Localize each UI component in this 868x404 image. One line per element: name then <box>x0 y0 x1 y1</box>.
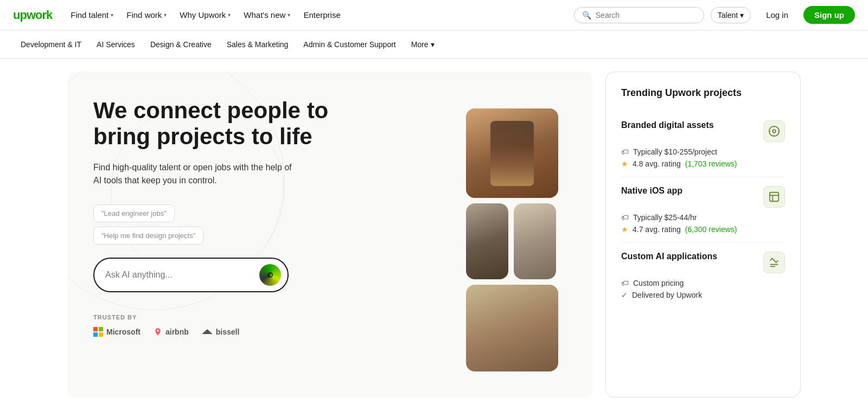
cat-design-creative[interactable]: Design & Creative <box>143 30 219 59</box>
trusted-logos: Microsoft airbnb bissell <box>93 327 458 337</box>
hero-photo-4 <box>466 285 558 371</box>
microsoft-logo: Microsoft <box>93 327 141 337</box>
nav-find-talent[interactable]: Find talent ▾ <box>65 6 119 24</box>
project-name-3: Custom AI applications <box>621 252 717 261</box>
ai-search-input[interactable] <box>105 270 255 280</box>
nav-whats-new[interactable]: What's new ▾ <box>238 6 296 24</box>
hero-subtitle: Find high-quality talent or open jobs wi… <box>93 161 299 187</box>
search-input[interactable] <box>596 11 696 20</box>
svg-rect-7 <box>770 193 779 202</box>
search-icon: 🔍 <box>582 11 591 20</box>
bissell-logo: bissell <box>202 328 240 336</box>
project-icon-1 <box>763 120 785 142</box>
svg-point-6 <box>773 130 776 133</box>
chevron-down-icon: ▾ <box>288 12 290 18</box>
svg-rect-1 <box>99 327 103 331</box>
cat-ai-services[interactable]: AI Services <box>89 30 143 59</box>
project-item-1[interactable]: Branded digital assets 🏷 Typically $10-2… <box>621 112 785 177</box>
cat-development-it[interactable]: Development & IT <box>13 30 89 59</box>
check-icon: ✓ <box>621 291 628 299</box>
cat-more[interactable]: More ▾ <box>404 30 442 59</box>
cat-sales-marketing[interactable]: Sales & Marketing <box>219 30 296 59</box>
price-icon-3: 🏷 <box>621 279 629 287</box>
project-name-1: Branded digital assets <box>621 120 714 130</box>
hero-photo-1 <box>466 108 558 198</box>
hero-photo-3 <box>514 203 556 279</box>
nav-links: Find talent ▾ Find work ▾ Why Upwork ▾ W… <box>65 6 570 24</box>
suggestion-chip-2[interactable]: "Help me find design projects" <box>93 227 203 245</box>
ai-input-wrap[interactable]: ⚙ <box>93 258 289 292</box>
nav-find-work[interactable]: Find work ▾ <box>121 6 172 24</box>
hero-title: We connect people to bring projects to l… <box>93 98 332 150</box>
project-name-2: Native iOS app <box>621 186 682 196</box>
project-price-2: Typically $25-44/hr <box>633 213 697 222</box>
svg-rect-0 <box>93 327 98 331</box>
upwork-logo[interactable]: upwork <box>13 8 52 22</box>
chevron-down-icon: ▾ <box>111 12 113 18</box>
chevron-down-icon: ▾ <box>431 40 435 49</box>
chevron-down-icon: ▾ <box>164 12 167 18</box>
airbnb-icon <box>154 328 162 336</box>
chevron-down-icon: ▾ <box>740 11 744 20</box>
project-icon-2 <box>763 186 785 208</box>
login-button[interactable]: Log in <box>757 6 797 24</box>
project-rating-2: 4.7 avg. rating <box>633 225 681 234</box>
nav-enterprise[interactable]: Enterprise <box>298 6 346 24</box>
suggestion-chips: "Lead engineer jobs" "Help me find desig… <box>93 204 458 245</box>
suggestion-chip-1[interactable]: "Lead engineer jobs" <box>93 204 175 222</box>
hero-photo-2 <box>466 203 508 279</box>
cat-admin-support[interactable]: Admin & Customer Support <box>296 30 403 59</box>
svg-marker-4 <box>202 329 213 334</box>
sidebar-title: Trending Upwork projects <box>621 87 785 99</box>
main-content: We connect people to bring projects to l… <box>54 59 814 404</box>
talent-dropdown[interactable]: Talent ▾ <box>711 7 751 23</box>
star-icon-2: ★ <box>621 225 628 234</box>
price-icon-1: 🏷 <box>621 148 629 156</box>
ai-icon: ⚙ <box>267 271 274 279</box>
star-icon-1: ★ <box>621 159 628 168</box>
hero-images <box>458 98 566 371</box>
sidebar-card: Trending Upwork projects Branded digital… <box>605 72 801 397</box>
nav-right: 🔍 Talent ▾ Log in Sign up <box>574 6 855 24</box>
chevron-down-icon: ▾ <box>228 12 231 18</box>
nav-why-upwork[interactable]: Why Upwork ▾ <box>174 6 236 24</box>
svg-rect-2 <box>93 332 98 337</box>
project-price-1: Typically $10-255/project <box>633 148 717 156</box>
microsoft-icon <box>93 327 103 337</box>
hero-card: We connect people to bring projects to l… <box>67 72 592 397</box>
project-extra-3: Delivered by Upwork <box>632 291 702 299</box>
top-navigation: upwork Find talent ▾ Find work ▾ Why Upw… <box>0 0 868 30</box>
hero-left: We connect people to bring projects to l… <box>93 98 458 371</box>
bissell-icon <box>202 328 213 336</box>
project-item-3[interactable]: Custom AI applications 🏷 Custom pricing … <box>621 243 785 308</box>
project-price-3: Custom pricing <box>633 279 684 287</box>
project-rating-1: 4.8 avg. rating <box>633 159 681 168</box>
search-bar[interactable]: 🔍 <box>574 7 704 23</box>
project-reviews-1: (1,703 reviews) <box>685 159 737 168</box>
trusted-by-section: TRUSTED BY Microsoft <box>93 314 458 337</box>
project-reviews-2: (6,300 reviews) <box>685 225 737 234</box>
category-navigation: Development & IT AI Services Design & Cr… <box>0 30 868 59</box>
price-icon-2: 🏷 <box>621 213 629 222</box>
trusted-label: TRUSTED BY <box>93 314 458 320</box>
ai-submit-button[interactable]: ⚙ <box>259 264 281 286</box>
svg-point-5 <box>769 126 779 136</box>
airbnb-logo: airbnb <box>154 328 189 336</box>
signup-button[interactable]: Sign up <box>803 6 855 24</box>
project-icon-3 <box>763 252 785 273</box>
project-item-2[interactable]: Native iOS app 🏷 Typically $25-44/hr ★ 4… <box>621 177 785 243</box>
svg-rect-3 <box>99 332 103 337</box>
